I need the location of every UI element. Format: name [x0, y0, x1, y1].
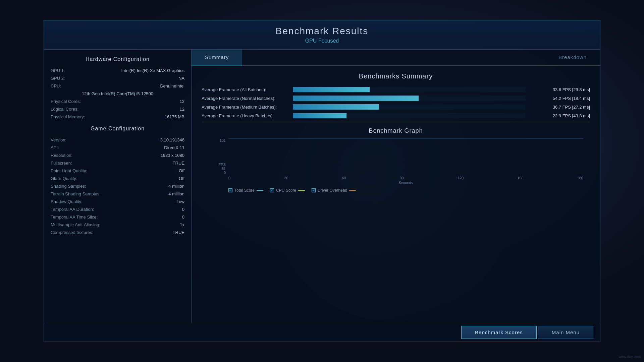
bench-bar-0 — [293, 87, 370, 92]
bench-bar-container-2 — [293, 104, 526, 110]
cpu-row: CPU: GenuineIntel — [51, 83, 184, 89]
fullscreen-row: Fullscreen: TRUE — [51, 160, 184, 166]
bench-value-1: 54.2 FPS [18.4 ms] — [530, 96, 590, 101]
glare-label: Glare Quality: — [51, 176, 77, 181]
bench-label-1: Average Framerate (Normal Batches): — [202, 96, 289, 101]
main-menu-button[interactable]: Main Menu — [538, 326, 593, 339]
benchmarks-summary-title: Benchmarks Summary — [202, 72, 590, 80]
compressed-value: TRUE — [173, 230, 184, 235]
legend-item-1: CPU Score — [270, 188, 305, 193]
glare-row: Glare Quality: Off — [51, 176, 184, 181]
physical-memory-row: Physical Memory: 16175 MB — [51, 114, 184, 120]
shading-label: Shading Samples: — [51, 184, 86, 189]
graph-y-axis: 101 FPS 51 0 — [208, 138, 228, 175]
x-label-3: 90 — [400, 176, 404, 180]
msaa-value: 1x — [180, 222, 184, 227]
gpu1-label: GPU 1: — [51, 68, 65, 73]
legend-label-2: Driver Overhead — [318, 188, 347, 193]
tab-breakdown[interactable]: Breakdown — [545, 50, 600, 65]
main-container: Benchmark Results GPU Focused Hardware C… — [44, 20, 600, 342]
bench-bar-2 — [293, 104, 379, 110]
x-label-0: 0 — [228, 176, 230, 180]
game-config-title: Game Configuration — [51, 126, 184, 132]
legend-line-0 — [257, 190, 263, 191]
graph-section: Benchmark Graph 101 FPS 51 0 — [202, 122, 590, 316]
fps-label: FPS — [219, 163, 226, 167]
shadow-label: Shadow Quality: — [51, 199, 83, 204]
cpu-label: CPU: — [51, 83, 61, 88]
shading-value: 4 million — [168, 184, 184, 189]
version-row: Version: 3.10.191346 — [51, 137, 184, 143]
legend-line-1 — [298, 190, 305, 191]
compressed-row: Compressed textures: TRUE — [51, 230, 184, 235]
left-panel: Hardware Configuration GPU 1: Intel(R) I… — [44, 50, 192, 323]
temporal-aa-slice-label: Temporal AA Time Slice: — [51, 215, 98, 220]
bottom-bar: Benchmark Scores Main Menu — [44, 323, 600, 342]
glare-value: Off — [179, 176, 184, 181]
legend-line-2 — [349, 190, 356, 191]
page-title: Benchmark Results — [49, 26, 595, 37]
resolution-row: Resolution: 644 x 362 — [51, 153, 184, 158]
tab-summary[interactable]: Summary — [192, 50, 242, 65]
fullscreen-label: Fullscreen: — [51, 161, 72, 166]
x-label-6: 180 — [577, 176, 583, 180]
x-label-5: 150 — [517, 176, 523, 180]
benchmark-scores-button[interactable]: Benchmark Scores — [461, 326, 537, 339]
cpu-value: GenuineIntel — [160, 83, 184, 88]
api-row: API: DirectX 11 — [51, 145, 184, 150]
legend-item-0: Total Score — [228, 188, 263, 193]
y-label-min: 0 — [224, 171, 226, 175]
legend-checkbox-1[interactable] — [270, 188, 274, 192]
bench-value-0: 33.6 FPS [29.8 ms] — [530, 87, 590, 92]
api-value: DirectX 11 — [164, 145, 184, 150]
bench-label-2: Average Framerate (Medium Batches): — [202, 105, 289, 110]
legend-item-2: Driver Overhead — [312, 188, 356, 193]
bench-label-0: Average Framerate (All Batches): — [202, 87, 289, 92]
logical-cores-row: Logical Cores: 12 — [51, 106, 184, 112]
physical-cores-row: Physical Cores: 12 — [51, 99, 184, 104]
bench-value-2: 36.7 FPS [27.2 ms] — [530, 105, 590, 110]
gpu1-value: Intel(R) Iris(R) Xe MAX Graphics — [121, 68, 184, 73]
y-label-mid: 51 — [222, 167, 226, 171]
msaa-row: Multisample Anti-Aliasing: 1x — [51, 222, 184, 228]
cpu-detail-value: 12th Gen Intel(R) Core(TM) i5-12500 — [82, 91, 153, 96]
legend-checkbox-0[interactable] — [228, 188, 232, 192]
graph-canvas — [228, 138, 583, 139]
cpu-detail-row: 12th Gen Intel(R) Core(TM) i5-12500 — [51, 91, 184, 97]
bench-bar-container-3 — [293, 113, 526, 118]
benchmark-row-0: Average Framerate (All Batches): 33.6 FP… — [202, 87, 590, 92]
fullscreen-value: TRUE — [173, 161, 184, 166]
legend-checkbox-2[interactable] — [312, 188, 316, 192]
right-panel: Summary Breakdown Benchmarks Summary Ave… — [192, 50, 600, 323]
temporal-aa-slice-row: Temporal AA Time Slice: 0 — [51, 214, 184, 220]
temporal-aa-dur-row: Temporal AA Duration: 0 — [51, 206, 184, 212]
point-light-label: Point Light Quality: — [51, 168, 87, 173]
graph-x-axis: 0306090120150180 — [228, 175, 583, 180]
bench-label-3: Average Framerate (Heavy Batches): — [202, 113, 289, 118]
summary-content: Benchmarks Summary Average Framerate (Al… — [192, 66, 600, 323]
benchmark-row-1: Average Framerate (Normal Batches): 54.2… — [202, 96, 590, 101]
gpu2-value: NA — [178, 76, 184, 81]
bench-bar-1 — [293, 96, 419, 101]
graph-legend: Total Score CPU Score Driver Overhead — [208, 188, 583, 193]
physical-memory-value: 16175 MB — [165, 114, 184, 119]
benchmark-row-2: Average Framerate (Medium Batches): 36.7… — [202, 104, 590, 110]
bench-bar-container-0 — [293, 87, 526, 92]
point-light-value: Off — [179, 168, 184, 173]
logical-cores-value: 12 — [180, 107, 184, 112]
tabs-bar: Summary Breakdown — [192, 50, 600, 66]
watermark: www.dxrp.com — [619, 355, 641, 359]
bench-bar-container-1 — [293, 96, 526, 101]
api-label: API: — [51, 145, 59, 150]
physical-memory-label: Physical Memory: — [51, 114, 85, 119]
y-label-max: 101 — [220, 138, 226, 142]
version-value: 3.10.191346 — [160, 137, 184, 142]
page-subtitle: GPU Focused — [49, 38, 595, 44]
terrain-label: Terrain Shading Samples: — [51, 191, 101, 196]
graph-x-title: Seconds — [228, 181, 583, 185]
terrain-row: Terrain Shading Samples: 4 million — [51, 191, 184, 197]
physical-cores-label: Physical Cores: — [51, 99, 81, 104]
content-area: Hardware Configuration GPU 1: Intel(R) I… — [44, 49, 600, 323]
resolution-label: Resolution: — [51, 153, 72, 158]
x-label-2: 60 — [342, 176, 346, 180]
